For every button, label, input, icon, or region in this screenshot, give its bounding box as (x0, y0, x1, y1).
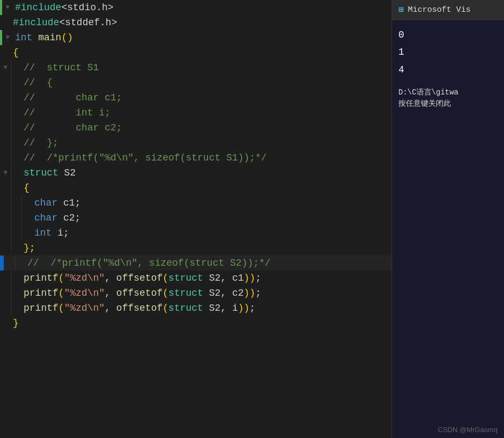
terminal-body: 0 1 4 D:\C语言\gitwa 按任意键关闭此 (392, 20, 504, 116)
fold-indicator[interactable]: ▼ (2, 30, 13, 45)
terminal-panel: ⊞ Microsoft Vis 0 1 4 D:\C语言\gitwa 按任意键关… (391, 0, 504, 438)
code-content: // /*printf("%d\n", sizeof(struct S1));*… (21, 150, 391, 165)
code-line: // { (0, 75, 391, 90)
indent-guides (11, 301, 21, 316)
indent-guides (14, 256, 25, 271)
indent-guides (11, 150, 21, 165)
fold-indicator[interactable]: ▼ (2, 0, 13, 15)
code-line: // /*printf("%d\n", sizeof(struct S1));*… (0, 150, 391, 165)
code-line: ▼#include<stdio.h> (0, 0, 391, 15)
code-content: printf("%zd\n", offsetof(struct S2, c1))… (21, 271, 391, 286)
code-content: // /*printf("%d\n", sizeof(struct S2));*… (25, 256, 391, 271)
code-content: #include<stddef.h> (11, 15, 391, 30)
output-line-2: 1 (398, 43, 498, 61)
code-line: { (0, 180, 391, 195)
indent-guides (11, 165, 21, 180)
code-editor: ▼#include<stdio.h>#include<stddef.h>▼int… (0, 0, 391, 438)
code-content: printf("%zd\n", offsetof(struct S2, i)); (21, 301, 391, 316)
code-content: }; (21, 240, 391, 256)
code-line: // char c2; (0, 120, 391, 135)
code-content: char c1; (32, 195, 391, 210)
fold-indicator[interactable]: ▼ (0, 60, 11, 75)
code-content: // char c1; (21, 90, 391, 105)
terminal-header: ⊞ Microsoft Vis (392, 0, 504, 20)
code-line: ▼int main() (0, 30, 391, 45)
indent-guides (11, 210, 32, 225)
code-line: // /*printf("%d\n", sizeof(struct S2));*… (0, 256, 391, 271)
code-line: ▼// struct S1 (0, 60, 391, 75)
terminal-icon: ⊞ (398, 4, 404, 15)
terminal-path: D:\C语言\gitwa 按任意键关闭此 (398, 87, 498, 110)
indent-guides (11, 135, 21, 150)
indent-guides (11, 105, 21, 120)
code-content: } (11, 316, 391, 331)
code-line: char c1; (0, 195, 391, 210)
code-content: // int i; (21, 105, 391, 120)
watermark: CSDN @MrGaomq (438, 426, 498, 434)
output-line-3: 4 (398, 61, 498, 78)
indent-guides (11, 271, 21, 286)
code-content: int i; (32, 225, 391, 240)
terminal-output: 0 1 4 (398, 26, 498, 78)
indent-guides (11, 225, 32, 240)
code-line: // char c1; (0, 90, 391, 105)
indent-guides (11, 240, 21, 256)
indent-guides (11, 286, 21, 301)
terminal-title: Microsoft Vis (408, 5, 471, 14)
code-lines-container: ▼#include<stdio.h>#include<stddef.h>▼int… (0, 0, 391, 331)
code-content: // struct S1 (21, 60, 391, 75)
code-line: { (0, 45, 391, 60)
indent-guides (11, 75, 21, 90)
code-line: // }; (0, 135, 391, 150)
code-line: int i; (0, 225, 391, 240)
code-line: }; (0, 240, 391, 256)
output-line-1: 0 (398, 26, 498, 43)
code-content: struct S2 (21, 165, 391, 180)
code-content: { (21, 180, 391, 195)
code-line: printf("%zd\n", offsetof(struct S2, c1))… (0, 271, 391, 286)
code-line: ▼struct S2 (0, 165, 391, 180)
code-content: char c2; (32, 210, 391, 225)
indent-guides (11, 60, 21, 75)
code-content: printf("%zd\n", offsetof(struct S2, c2))… (21, 286, 391, 301)
code-content: // char c2; (21, 120, 391, 135)
code-line: } (0, 316, 391, 331)
code-line: #include<stddef.h> (0, 15, 391, 30)
fold-indicator[interactable]: ▼ (0, 165, 11, 180)
code-line: char c2; (0, 210, 391, 225)
code-content: #include<stdio.h> (13, 0, 391, 15)
indent-guides (11, 180, 21, 195)
code-line: printf("%zd\n", offsetof(struct S2, i)); (0, 301, 391, 316)
code-content: // }; (21, 135, 391, 150)
code-content: int main() (13, 30, 391, 45)
indent-guides (11, 120, 21, 135)
code-line: // int i; (0, 105, 391, 120)
indent-guides (11, 195, 32, 210)
code-line: printf("%zd\n", offsetof(struct S2, c2))… (0, 286, 391, 301)
code-content: { (11, 45, 391, 60)
indent-guides (11, 90, 21, 105)
code-content: // { (21, 75, 391, 90)
